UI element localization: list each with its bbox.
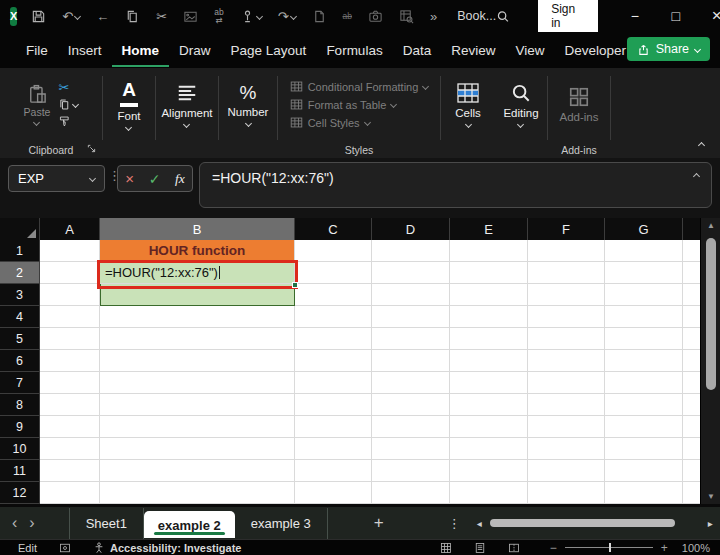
- row-header-11[interactable]: 11: [0, 460, 40, 482]
- grid-cell-D12[interactable]: [372, 482, 450, 504]
- grid-cell-A9[interactable]: [40, 416, 100, 438]
- grid-cell-G1[interactable]: [605, 240, 683, 262]
- column-header-E[interactable]: E: [450, 218, 528, 240]
- grid-cell-E6[interactable]: [450, 350, 528, 372]
- grid-cell-B10[interactable]: [100, 438, 295, 460]
- maximize-button[interactable]: □: [655, 0, 696, 32]
- grid-cell-B8[interactable]: [100, 394, 295, 416]
- grid-cell-C7[interactable]: [295, 372, 372, 394]
- row-header-9[interactable]: 9: [0, 416, 40, 438]
- copy-button[interactable]: [58, 98, 78, 111]
- macro-record-icon[interactable]: [59, 542, 71, 554]
- grid-cell-B2[interactable]: =HOUR("12:xx:76"): [100, 262, 295, 284]
- zoom-out-icon[interactable]: −: [542, 541, 565, 555]
- zoom-in-icon[interactable]: +: [653, 541, 676, 555]
- formula-input[interactable]: =HOUR("12:xx:76"): [199, 162, 712, 208]
- grid-cell-C12[interactable]: [295, 482, 372, 504]
- chevron-down-icon[interactable]: [89, 175, 96, 182]
- grid-cell-F7[interactable]: [528, 372, 605, 394]
- tab-page-layout[interactable]: Page Layout: [221, 34, 317, 67]
- grid-cell-D4[interactable]: [372, 306, 450, 328]
- page-break-view-icon[interactable]: [508, 542, 520, 554]
- grid-cell-C1[interactable]: [295, 240, 372, 262]
- grid-cell-C5[interactable]: [295, 328, 372, 350]
- grid-cell-F8[interactable]: [528, 394, 605, 416]
- grid-cell-F9[interactable]: [528, 416, 605, 438]
- cut-icon[interactable]: ✂: [156, 9, 167, 24]
- grid-cell-E9[interactable]: [450, 416, 528, 438]
- grid-cell-B6[interactable]: [100, 350, 295, 372]
- tab-file[interactable]: File: [16, 34, 58, 67]
- grid-cell-E4[interactable]: [450, 306, 528, 328]
- grid-cell-E2[interactable]: [450, 262, 528, 284]
- grid-cell-F11[interactable]: [528, 460, 605, 482]
- sheet-nav-right-icon[interactable]: ›: [29, 514, 46, 532]
- horizontal-scrollbar-thumb[interactable]: [490, 519, 675, 527]
- copy-icon[interactable]: [125, 9, 140, 24]
- grid-cell-B3[interactable]: [100, 284, 295, 306]
- grid-cell-E1[interactable]: [450, 240, 528, 262]
- minimize-button[interactable]: −: [614, 0, 655, 32]
- grid-cell-B7[interactable]: [100, 372, 295, 394]
- grid-cell-D3[interactable]: [372, 284, 450, 306]
- tab-formulas[interactable]: Formulas: [316, 34, 392, 67]
- sheet-tab-sheet1[interactable]: Sheet1: [69, 508, 144, 539]
- accessibility-status[interactable]: Accessibility: Investigate: [110, 542, 241, 554]
- fill-handle[interactable]: [292, 282, 298, 288]
- scroll-right-icon[interactable]: ▸: [704, 518, 717, 529]
- grid-cell-E10[interactable]: [450, 438, 528, 460]
- grid-cell-E8[interactable]: [450, 394, 528, 416]
- cut-icon[interactable]: ✂: [58, 81, 69, 94]
- grid-cell-C9[interactable]: [295, 416, 372, 438]
- row-header-6[interactable]: 6: [0, 350, 40, 372]
- grid-cell-A11[interactable]: [40, 460, 100, 482]
- grid-cell-B4[interactable]: [100, 306, 295, 328]
- grid-cell-D6[interactable]: [372, 350, 450, 372]
- grid-cell-F4[interactable]: [528, 306, 605, 328]
- grid-cell-D2[interactable]: [372, 262, 450, 284]
- copy-icon[interactable]: [58, 98, 71, 111]
- tab-review[interactable]: Review: [441, 34, 505, 67]
- grid-cell-C3[interactable]: [295, 284, 372, 306]
- grid-cell-E7[interactable]: [450, 372, 528, 394]
- grid-cell-D9[interactable]: [372, 416, 450, 438]
- grid-cell-F6[interactable]: [528, 350, 605, 372]
- zoom-slider[interactable]: [565, 547, 653, 548]
- grid-cell-G12[interactable]: [605, 482, 683, 504]
- grid-cell-D1[interactable]: [372, 240, 450, 262]
- editing-button[interactable]: Editing: [503, 82, 538, 127]
- chevron-down-icon[interactable]: [74, 12, 81, 19]
- grid-cell-C8[interactable]: [295, 394, 372, 416]
- page-layout-view-icon[interactable]: [474, 542, 486, 554]
- grid-cell-B11[interactable]: [100, 460, 295, 482]
- row-header-1[interactable]: 1: [0, 240, 40, 262]
- tab-data[interactable]: Data: [393, 34, 442, 67]
- row-header-12[interactable]: 12: [0, 482, 40, 504]
- zoom-slider-thumb[interactable]: [609, 543, 611, 552]
- grid-cell-G2[interactable]: [605, 262, 683, 284]
- select-all-button[interactable]: [0, 218, 40, 240]
- back-arrow-icon[interactable]: ←: [96, 9, 109, 24]
- row-header-8[interactable]: 8: [0, 394, 40, 416]
- alignment-button[interactable]: Alignment: [161, 82, 212, 127]
- grid-cell-D7[interactable]: [372, 372, 450, 394]
- replace-icon[interactable]: ab⇄: [214, 8, 223, 25]
- grid-cell-F10[interactable]: [528, 438, 605, 460]
- more-commands-icon[interactable]: »: [430, 9, 437, 24]
- save-icon[interactable]: [31, 9, 46, 24]
- grid-cell-F2[interactable]: [528, 262, 605, 284]
- grid-cell-G11[interactable]: [605, 460, 683, 482]
- grid-cell-G8[interactable]: [605, 394, 683, 416]
- font-button[interactable]: A Font: [117, 80, 140, 130]
- grid-cell-D5[interactable]: [372, 328, 450, 350]
- collapse-formula-bar-icon[interactable]: [693, 173, 700, 180]
- sheet-tab-example3[interactable]: example 3: [235, 508, 328, 539]
- grid-cell-C6[interactable]: [295, 350, 372, 372]
- row-header-4[interactable]: 4: [0, 306, 40, 328]
- sheet-nav-left-icon[interactable]: ‹: [0, 514, 29, 532]
- format-painter-icon[interactable]: [58, 115, 71, 128]
- grid-cell-B1[interactable]: HOUR function: [100, 240, 295, 262]
- grid-cell-C2[interactable]: [295, 262, 372, 284]
- chevron-down-icon[interactable]: [256, 12, 263, 19]
- cells-button[interactable]: Cells: [455, 82, 481, 127]
